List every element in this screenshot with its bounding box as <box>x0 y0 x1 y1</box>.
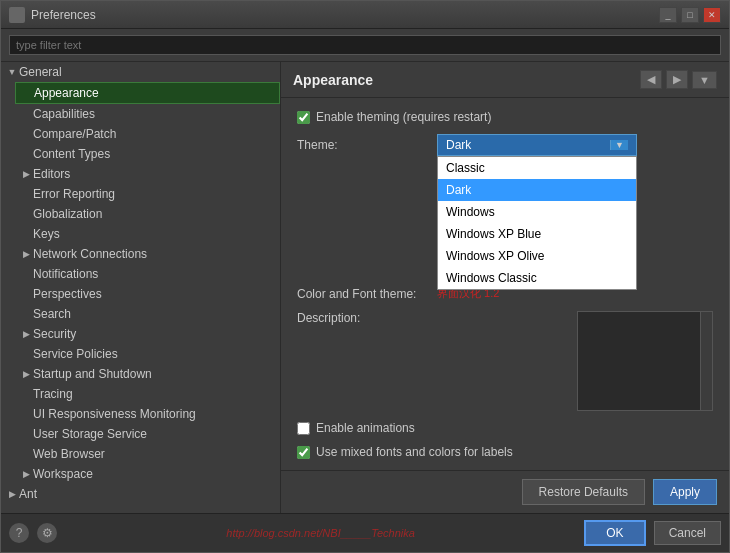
cancel-button[interactable]: Cancel <box>654 521 721 545</box>
theme-selected-value: Dark <box>446 138 471 152</box>
sidebar-item-search-label: Search <box>33 307 71 321</box>
sidebar-item-globalization[interactable]: Globalization <box>15 204 280 224</box>
mixed-fonts-row: Use mixed fonts and colors for labels <box>297 445 713 459</box>
nav-buttons: ◀ ▶ ▼ <box>640 70 717 89</box>
sidebar-item-error-reporting[interactable]: Error Reporting <box>15 184 280 204</box>
sidebar-item-ant-label: Ant <box>19 487 37 501</box>
window-content: ▼ General Appearance Capabilities Compar… <box>1 29 729 552</box>
toggle-icon: ▶ <box>5 487 19 501</box>
description-textbox[interactable] <box>577 311 713 411</box>
sidebar-item-network-connections[interactable]: ▶ Network Connections <box>15 244 280 264</box>
left-panel: ▼ General Appearance Capabilities Compar… <box>1 62 281 513</box>
sidebar-item-notifications[interactable]: Notifications <box>15 264 280 284</box>
sidebar-item-security[interactable]: ▶ Security <box>15 324 280 344</box>
enable-theming-label: Enable theming (requires restart) <box>316 110 491 124</box>
sidebar-item-keys-label: Keys <box>33 227 60 241</box>
theme-row: Theme: Dark ▼ Classic Dark Windows <box>297 134 713 156</box>
bottom-right: OK Cancel <box>584 520 721 546</box>
toggle-icon: ▶ <box>19 327 33 341</box>
toggle-icon: ▼ <box>5 65 19 79</box>
sidebar-item-service-policies[interactable]: Service Policies <box>15 344 280 364</box>
sidebar-item-content-types-label: Content Types <box>33 147 110 161</box>
theme-dropdown-button[interactable]: Dark ▼ <box>437 134 637 156</box>
apply-button[interactable]: Apply <box>653 479 717 505</box>
restore-defaults-button[interactable]: Restore Defaults <box>522 479 645 505</box>
dropdown-option-win-classic[interactable]: Windows Classic <box>438 267 636 289</box>
sidebar-item-appearance-label: Appearance <box>34 86 99 100</box>
sidebar-item-error-reporting-label: Error Reporting <box>33 187 115 201</box>
sidebar-item-editors[interactable]: ▶ Editors <box>15 164 280 184</box>
sidebar-item-search[interactable]: Search <box>15 304 280 324</box>
enable-theming-checkbox[interactable] <box>297 111 310 124</box>
dropdown-option-winxp-blue[interactable]: Windows XP Blue <box>438 223 636 245</box>
enable-animations-label: Enable animations <box>316 421 415 435</box>
main-area: ▼ General Appearance Capabilities Compar… <box>1 62 729 513</box>
spacer <box>20 86 34 100</box>
close-button[interactable]: ✕ <box>703 7 721 23</box>
toggle-icon: ▶ <box>19 467 33 481</box>
title-bar-buttons: _ □ ✕ <box>659 7 721 23</box>
sidebar-item-capabilities[interactable]: Capabilities <box>15 104 280 124</box>
panel-title: Appearance <box>293 72 373 88</box>
maximize-button[interactable]: □ <box>681 7 699 23</box>
sidebar-item-tracing-label: Tracing <box>33 387 73 401</box>
settings-button[interactable]: ⚙ <box>37 523 57 543</box>
sidebar-item-web-browser[interactable]: Web Browser <box>15 444 280 464</box>
window-title: Preferences <box>31 8 659 22</box>
sidebar-item-general[interactable]: ▼ General <box>1 62 280 82</box>
description-row: Description: <box>297 311 713 411</box>
sidebar-item-service-policies-label: Service Policies <box>33 347 118 361</box>
sidebar-item-workspace[interactable]: ▶ Workspace <box>15 464 280 484</box>
sidebar-item-editors-label: Editors <box>33 167 70 181</box>
toggle-icon: ▶ <box>19 167 33 181</box>
description-label: Description: <box>297 311 437 325</box>
right-panel: Appearance ◀ ▶ ▼ Enable theming (require… <box>281 62 729 513</box>
filter-input[interactable] <box>9 35 721 55</box>
sidebar-item-globalization-label: Globalization <box>33 207 102 221</box>
sidebar-item-compare-patch[interactable]: Compare/Patch <box>15 124 280 144</box>
color-font-label: Color and Font theme: <box>297 287 437 301</box>
restore-apply-row: Restore Defaults Apply <box>281 470 729 513</box>
help-button[interactable]: ? <box>9 523 29 543</box>
sidebar-item-user-storage[interactable]: User Storage Service <box>15 424 280 444</box>
app-icon <box>9 7 25 23</box>
watermark-text: http://blog.csdn.net/NBI_____Technika <box>226 527 415 539</box>
theme-dropdown[interactable]: Dark ▼ Classic Dark Windows Windows XP B… <box>437 134 637 156</box>
enable-theming-row: Enable theming (requires restart) <box>297 110 713 124</box>
title-bar: Preferences _ □ ✕ <box>1 1 729 29</box>
sidebar-item-tracing[interactable]: Tracing <box>15 384 280 404</box>
sidebar-item-general-label: General <box>19 65 62 79</box>
nav-menu-button[interactable]: ▼ <box>692 71 717 89</box>
sidebar-item-perspectives-label: Perspectives <box>33 287 102 301</box>
sidebar-item-ant[interactable]: ▶ Ant <box>1 484 280 504</box>
theme-label: Theme: <box>297 138 437 152</box>
description-scrollbar[interactable] <box>700 312 712 410</box>
enable-animations-checkbox[interactable] <box>297 422 310 435</box>
toggle-icon: ▶ <box>19 247 33 261</box>
sidebar-item-content-types[interactable]: Content Types <box>15 144 280 164</box>
sidebar-item-web-browser-label: Web Browser <box>33 447 105 461</box>
nav-back-button[interactable]: ◀ <box>640 70 662 89</box>
dropdown-arrow-icon: ▼ <box>610 140 628 150</box>
sidebar-item-appearance[interactable]: Appearance <box>15 82 280 104</box>
sidebar-item-ui-responsiveness[interactable]: UI Responsiveness Monitoring <box>15 404 280 424</box>
dropdown-option-classic[interactable]: Classic <box>438 157 636 179</box>
theme-dropdown-list: Classic Dark Windows Windows XP Blue Win… <box>437 156 637 290</box>
ok-button[interactable]: OK <box>584 520 645 546</box>
bottom-left: ? ⚙ <box>9 523 57 543</box>
right-content: Enable theming (requires restart) Theme:… <box>281 98 729 470</box>
mixed-fonts-label: Use mixed fonts and colors for labels <box>316 445 513 459</box>
preferences-window: Preferences _ □ ✕ ▼ General Appearan <box>0 0 730 553</box>
sidebar-item-ui-responsiveness-label: UI Responsiveness Monitoring <box>33 407 196 421</box>
sidebar-item-perspectives[interactable]: Perspectives <box>15 284 280 304</box>
nav-forward-button[interactable]: ▶ <box>666 70 688 89</box>
sidebar-item-compare-patch-label: Compare/Patch <box>33 127 116 141</box>
sidebar-item-startup-label: Startup and Shutdown <box>33 367 152 381</box>
mixed-fonts-checkbox[interactable] <box>297 446 310 459</box>
minimize-button[interactable]: _ <box>659 7 677 23</box>
sidebar-item-startup-shutdown[interactable]: ▶ Startup and Shutdown <box>15 364 280 384</box>
sidebar-item-keys[interactable]: Keys <box>15 224 280 244</box>
dropdown-option-dark[interactable]: Dark <box>438 179 636 201</box>
dropdown-option-winxp-olive[interactable]: Windows XP Olive <box>438 245 636 267</box>
dropdown-option-windows[interactable]: Windows <box>438 201 636 223</box>
